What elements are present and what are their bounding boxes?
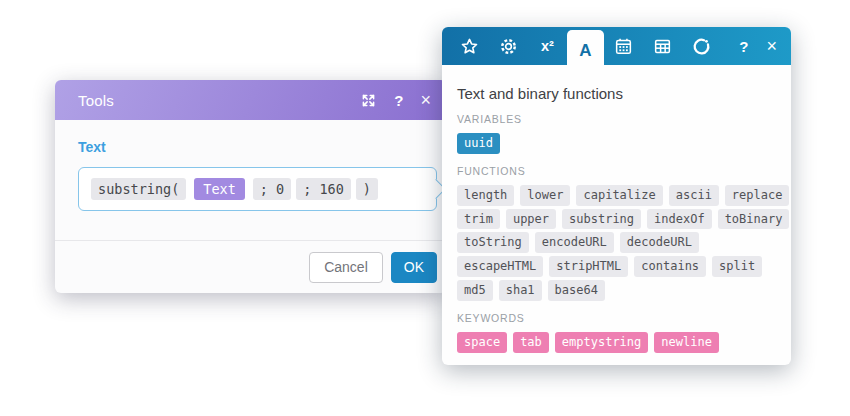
chip-row: lengthlowercapitalizeasciireplace — [457, 185, 776, 206]
helper-section: FUNCTIONSlengthlowercapitalizeasciirepla… — [457, 165, 776, 301]
cancel-button[interactable]: Cancel — [309, 252, 383, 283]
helper-sections: VARIABLESuuidFUNCTIONSlengthlowercapital… — [457, 113, 776, 353]
keyword-chip[interactable]: space — [457, 332, 507, 353]
chip-row: uuid — [457, 133, 776, 154]
function-chip[interactable]: encodeURL — [535, 232, 614, 253]
function-chip[interactable]: upper — [506, 209, 556, 230]
help-icon[interactable]: ? — [739, 39, 748, 54]
tab-math[interactable]: x² — [528, 27, 567, 65]
function-chip[interactable]: decodeURL — [620, 232, 699, 253]
keyword-chip[interactable]: tab — [513, 332, 549, 353]
table-icon — [653, 37, 672, 56]
tab-text[interactable]: A — [567, 30, 604, 71]
tab-table[interactable] — [643, 27, 682, 65]
ok-button[interactable]: OK — [391, 252, 437, 283]
helper-panel-tabbar: x² A — [442, 27, 791, 65]
expand-icon[interactable] — [360, 92, 377, 109]
function-chip[interactable]: escapeHTML — [457, 256, 543, 277]
function-chip[interactable]: replace — [725, 185, 790, 206]
helper-section: KEYWORDSspacetabemptystringnewline — [457, 312, 776, 353]
chip-row: md5sha1base64 — [457, 280, 776, 301]
gear-icon — [499, 37, 518, 56]
formula-param-chip[interactable]: Text — [194, 178, 245, 200]
superscript-icon: x² — [541, 39, 554, 54]
calendar-icon — [614, 37, 633, 56]
chip-row: escapeHTMLstripHTMLcontainssplit — [457, 256, 776, 277]
dialog-title: Tools — [78, 92, 360, 109]
function-chip[interactable]: lower — [520, 185, 570, 206]
chip-row: trimuppersubstringindexOftoBinary — [457, 209, 776, 230]
chip-row: spacetabemptystringnewline — [457, 332, 776, 353]
close-icon[interactable]: × — [766, 37, 777, 55]
function-chip[interactable]: split — [712, 256, 762, 277]
function-chip[interactable]: contains — [634, 256, 706, 277]
panel-header-actions: ? × — [739, 27, 777, 65]
tab-favorites[interactable] — [450, 27, 489, 65]
function-chip[interactable]: stripHTML — [549, 256, 628, 277]
function-chip[interactable]: md5 — [457, 280, 493, 301]
function-chip[interactable]: toBinary — [718, 209, 790, 230]
formula-token[interactable]: ; 0 — [253, 178, 291, 200]
tools-dialog-titlebar[interactable]: Tools ? × — [55, 80, 447, 120]
chip-row: toStringencodeURLdecodeURL — [457, 232, 776, 253]
keyword-chip[interactable]: emptystring — [555, 332, 648, 353]
formula-token[interactable]: ; 160 — [296, 178, 351, 200]
text-functions-icon: A — [579, 42, 591, 59]
variable-chip[interactable]: uuid — [457, 133, 500, 154]
dialog-header-actions: ? × — [360, 91, 431, 109]
keyword-chip[interactable]: newline — [654, 332, 719, 353]
dialog-footer: Cancel OK — [55, 240, 447, 293]
function-chip[interactable]: ascii — [669, 185, 719, 206]
tools-dialog: Tools ? × Text substring(Text; 0; 160) — [55, 80, 447, 293]
helper-section: VARIABLESuuid — [457, 113, 776, 154]
function-chip[interactable]: base64 — [548, 280, 605, 301]
function-chip[interactable]: trim — [457, 209, 500, 230]
function-helper-panel: x² A — [442, 27, 791, 365]
star-icon — [460, 37, 479, 56]
formula-input[interactable]: substring(Text; 0; 160) — [78, 167, 437, 211]
function-chip[interactable]: length — [457, 185, 514, 206]
formula-token[interactable]: substring( — [91, 178, 186, 200]
function-chip[interactable]: sha1 — [499, 280, 542, 301]
function-chip[interactable]: indexOf — [647, 209, 712, 230]
screen: Tools ? × Text substring(Text; 0; 160) — [0, 0, 850, 416]
dialog-body: Text substring(Text; 0; 160) — [55, 120, 447, 240]
function-chip[interactable]: substring — [562, 209, 641, 230]
function-chip[interactable]: capitalize — [576, 185, 662, 206]
gauge-icon — [692, 37, 711, 56]
tab-gauge[interactable] — [682, 27, 721, 65]
section-label: VARIABLES — [457, 113, 776, 125]
help-icon[interactable]: ? — [394, 93, 403, 108]
helper-panel-body: Text and binary functions VARIABLESuuidF… — [442, 65, 791, 353]
section-label: FUNCTIONS — [457, 165, 776, 177]
tab-settings[interactable] — [489, 27, 528, 65]
formula-token[interactable]: ) — [356, 178, 378, 200]
text-field-label: Text — [78, 139, 437, 155]
panel-title: Text and binary functions — [457, 85, 776, 102]
tab-date[interactable] — [604, 27, 643, 65]
function-chip[interactable]: toString — [457, 232, 529, 253]
close-icon[interactable]: × — [420, 91, 431, 109]
section-label: KEYWORDS — [457, 312, 776, 324]
